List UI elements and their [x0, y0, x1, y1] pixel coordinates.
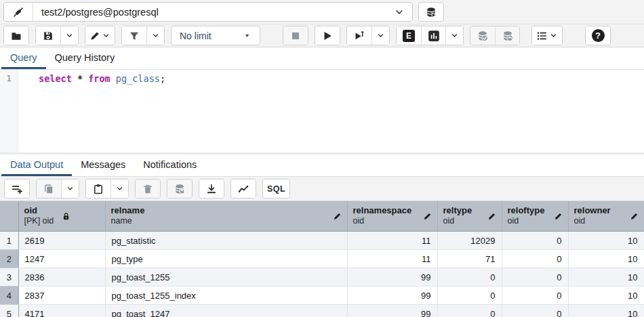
- cell[interactable]: 0: [502, 232, 568, 250]
- delete-row-button[interactable]: [136, 179, 160, 198]
- cell[interactable]: pg_toast_1247: [105, 305, 347, 317]
- explain-button[interactable]: E: [397, 26, 421, 45]
- column-header-relnamespace[interactable]: relnamespaceoid: [347, 201, 437, 232]
- pencil-icon[interactable]: [630, 212, 639, 221]
- add-row-button[interactable]: [5, 179, 29, 198]
- paste-button[interactable]: [86, 179, 110, 198]
- column-header-reltype[interactable]: reltypeoid: [437, 201, 502, 232]
- copy-dropdown-chevron-icon[interactable]: [61, 179, 79, 198]
- column-type: oid: [443, 216, 472, 227]
- column-header-relowner[interactable]: relowneroid: [568, 201, 644, 232]
- tab-data-output[interactable]: Data Output: [1, 154, 72, 176]
- cell[interactable]: pg_toast_1255_index: [105, 287, 347, 305]
- execute-dropdown-chevron-icon[interactable]: [371, 26, 389, 45]
- sql-editor[interactable]: 1 select * from pg_class;: [0, 70, 644, 152]
- pencil-icon[interactable]: [423, 212, 432, 221]
- paste-dropdown-chevron-icon[interactable]: [110, 179, 128, 198]
- column-header-oid[interactable]: oid[PK] oid: [18, 201, 105, 232]
- tab-messages[interactable]: Messages: [72, 154, 134, 176]
- cell[interactable]: 0: [437, 268, 502, 287]
- results-grid: oid[PK] oidrelnamenamerelnamespaceoidrel…: [0, 201, 644, 317]
- cell[interactable]: 10: [568, 268, 644, 287]
- table-row: 54171pg_toast_1247990010: [0, 305, 644, 317]
- pencil-icon[interactable]: [487, 212, 496, 221]
- connection-selector[interactable]: test2/postgres@postgresql: [3, 2, 413, 22]
- column-name: relname: [111, 205, 145, 216]
- macros-button[interactable]: [532, 26, 562, 45]
- download-results-button[interactable]: [199, 179, 224, 198]
- cell[interactable]: 10: [568, 250, 644, 268]
- connection-status-icon[interactable]: [4, 3, 33, 21]
- pencil-icon[interactable]: [333, 212, 342, 221]
- cell[interactable]: 0: [502, 250, 568, 268]
- new-connection-button[interactable]: [418, 2, 444, 22]
- cell[interactable]: 99: [347, 305, 437, 317]
- cell[interactable]: 0: [437, 287, 502, 305]
- tab-query[interactable]: Query: [1, 47, 46, 69]
- explain-icon: E: [403, 30, 415, 42]
- save-file-button[interactable]: [36, 26, 60, 45]
- cell[interactable]: pg_statistic: [105, 232, 347, 250]
- cell[interactable]: 11: [347, 232, 437, 250]
- row-number[interactable]: 2: [0, 250, 18, 268]
- save-data-changes-button[interactable]: [167, 179, 192, 198]
- sql-token: *: [77, 73, 83, 84]
- column-type: oid: [353, 216, 412, 227]
- commit-button[interactable]: [470, 26, 495, 45]
- cell[interactable]: pg_type: [105, 250, 347, 268]
- save-dropdown-chevron-icon[interactable]: [60, 26, 78, 45]
- cell[interactable]: 0: [437, 305, 502, 317]
- sql-token: [110, 73, 116, 84]
- show-sql-button[interactable]: SQL: [263, 179, 289, 198]
- select-all-cell[interactable]: [0, 201, 18, 232]
- row-number[interactable]: 4: [0, 287, 18, 305]
- cell[interactable]: 12029: [437, 232, 502, 250]
- filter-dropdown-chevron-icon[interactable]: [146, 26, 164, 45]
- cell[interactable]: 10: [568, 287, 644, 305]
- explain-dropdown-chevron-icon[interactable]: [445, 26, 463, 45]
- explain-analyze-button[interactable]: [421, 26, 445, 45]
- execute-button[interactable]: [315, 26, 340, 45]
- cell[interactable]: pg_toast_1255: [105, 268, 347, 287]
- cell[interactable]: 0: [502, 305, 568, 317]
- tab-query-history[interactable]: Query History: [46, 47, 124, 69]
- help-button[interactable]: ?: [586, 26, 610, 45]
- pencil-icon[interactable]: [554, 212, 563, 221]
- cell[interactable]: 0: [502, 268, 568, 287]
- row-limit-select[interactable]: No limit: [171, 26, 260, 45]
- cell[interactable]: 10: [568, 232, 644, 250]
- filter-button[interactable]: [122, 26, 146, 45]
- cell[interactable]: 11: [347, 250, 437, 268]
- cell[interactable]: 99: [347, 287, 437, 305]
- tab-notifications[interactable]: Notifications: [134, 154, 205, 176]
- cell[interactable]: 4171: [18, 305, 105, 317]
- execute-options-button[interactable]: [347, 26, 371, 45]
- connection-name[interactable]: test2/postgres@postgresql: [33, 3, 386, 21]
- chevron-down-icon[interactable]: [386, 3, 412, 21]
- cell[interactable]: 0: [502, 287, 568, 305]
- column-header-relname[interactable]: relnamename: [105, 201, 347, 232]
- column-type: name: [111, 216, 145, 227]
- cell[interactable]: 10: [568, 305, 644, 317]
- row-number[interactable]: 3: [0, 268, 18, 287]
- rollback-button[interactable]: [495, 26, 519, 45]
- cell[interactable]: 2836: [18, 268, 105, 287]
- sql-button-label: SQL: [267, 184, 285, 194]
- cell[interactable]: 1247: [18, 250, 105, 268]
- row-number[interactable]: 5: [0, 305, 18, 317]
- help-icon: ?: [592, 29, 605, 42]
- open-file-button[interactable]: [4, 26, 28, 45]
- copy-button[interactable]: [37, 179, 61, 198]
- cancel-query-button[interactable]: [283, 26, 308, 45]
- cell[interactable]: 2619: [18, 232, 105, 250]
- edit-menu-button[interactable]: [85, 26, 115, 45]
- editor-gutter[interactable]: 1: [0, 70, 18, 152]
- graph-visualiser-button[interactable]: [231, 179, 256, 198]
- row-number[interactable]: 1: [0, 232, 18, 250]
- grid-header-row: oid[PK] oidrelnamenamerelnamespaceoidrel…: [0, 201, 644, 232]
- cell[interactable]: 2837: [18, 287, 105, 305]
- code-area[interactable]: select * from pg_class;: [18, 70, 644, 152]
- column-header-reloftype[interactable]: reloftypeoid: [502, 201, 568, 232]
- cell[interactable]: 71: [437, 250, 502, 268]
- cell[interactable]: 99: [347, 268, 437, 287]
